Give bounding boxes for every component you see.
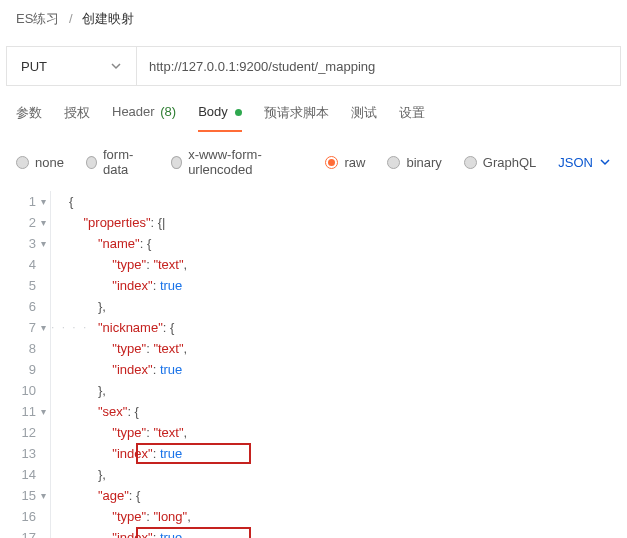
line-num: 10 [0,380,36,401]
body-format-select[interactable]: JSON [558,155,611,170]
code-line: }, [69,464,627,485]
tab-params[interactable]: 参数 [16,104,42,132]
code-editor[interactable]: 1 2 3 4 5 6 7 8 9 10 11 12 13 14 15 16 1… [0,187,627,538]
line-num: 12 [0,422,36,443]
line-num: 4 [0,254,36,275]
breadcrumb-current: 创建映射 [82,11,134,26]
code-line: { [69,191,627,212]
tab-settings[interactable]: 设置 [399,104,425,132]
chevron-down-icon [599,156,611,168]
code-area[interactable]: ▾ ▾ ▾ ▾ ▾ ▾ · · · · { "properties": {| "… [50,191,627,538]
body-type-formdata[interactable]: form-data [86,147,149,177]
line-num: 9 [0,359,36,380]
body-type-none-label: none [35,155,64,170]
line-num: 3 [0,233,36,254]
tab-body[interactable]: Body [198,104,242,132]
tab-headers-count: (8) [160,104,176,119]
code-line: "index": true [69,527,627,538]
body-modified-dot-icon [235,109,242,116]
body-type-none[interactable]: none [16,155,64,170]
body-format-value: JSON [558,155,593,170]
tab-tests[interactable]: 测试 [351,104,377,132]
tab-body-label: Body [198,104,228,119]
code-line: }, [69,380,627,401]
chevron-down-icon [110,60,122,72]
body-type-raw[interactable]: raw [325,155,365,170]
code-line: "nickname": { [69,317,627,338]
code-line: "type": "text", [69,422,627,443]
code-line: "type": "long", [69,506,627,527]
breadcrumb: ES练习 / 创建映射 [0,0,627,38]
tab-prerequest-script[interactable]: 预请求脚本 [264,104,329,132]
fold-toggle-icon[interactable]: ▾ [35,401,51,422]
code-line: "properties": {| [69,212,627,233]
body-type-formdata-label: form-data [103,147,149,177]
tab-headers[interactable]: Header (8) [112,104,176,132]
indent-guide: · · · · [51,317,88,338]
line-num: 17 [0,527,36,538]
code-line: "age": { [69,485,627,506]
line-num: 2 [0,212,36,233]
code-line: }, [69,296,627,317]
line-num: 8 [0,338,36,359]
code-line: "index": true [69,275,627,296]
line-num: 7 [0,317,36,338]
http-method-select[interactable]: PUT [7,47,137,85]
body-type-xform-label: x-www-form-urlencoded [188,147,303,177]
fold-toggle-icon[interactable]: ▾ [35,485,51,506]
radio-icon [16,156,29,169]
line-num: 6 [0,296,36,317]
body-type-graphql[interactable]: GraphQL [464,155,536,170]
body-type-row: none form-data x-www-form-urlencoded raw… [0,133,627,187]
code-line: "type": "text", [69,338,627,359]
body-type-graphql-label: GraphQL [483,155,536,170]
line-num: 1 [0,191,36,212]
line-num: 14 [0,464,36,485]
code-line: "index": true [69,359,627,380]
line-num: 11 [0,401,36,422]
radio-icon [171,156,182,169]
fold-toggle-icon[interactable]: ▾ [35,233,51,254]
request-tabs: 参数 授权 Header (8) Body 预请求脚本 测试 设置 [0,86,627,133]
body-type-raw-label: raw [344,155,365,170]
line-num: 16 [0,506,36,527]
code-line: "sex": { [69,401,627,422]
fold-toggle-icon[interactable]: ▾ [35,317,51,338]
code-line: "type": "text", [69,254,627,275]
radio-icon [387,156,400,169]
line-num: 5 [0,275,36,296]
body-type-xform[interactable]: x-www-form-urlencoded [171,147,304,177]
body-type-binary-label: binary [406,155,441,170]
request-bar: PUT [6,46,621,86]
fold-toggle-icon[interactable]: ▾ [35,212,51,233]
request-url-input[interactable] [137,47,620,85]
body-type-binary[interactable]: binary [387,155,441,170]
code-line: "index": true [69,443,627,464]
tab-auth[interactable]: 授权 [64,104,90,132]
radio-icon [464,156,477,169]
fold-toggle-icon[interactable]: ▾ [35,191,51,212]
line-num: 13 [0,443,36,464]
radio-icon [325,156,338,169]
line-num: 15 [0,485,36,506]
http-method-value: PUT [21,59,47,74]
breadcrumb-sep: / [69,11,73,26]
code-line: "name": { [69,233,627,254]
breadcrumb-root[interactable]: ES练习 [16,11,59,26]
tab-headers-label: Header [112,104,155,119]
radio-icon [86,156,97,169]
